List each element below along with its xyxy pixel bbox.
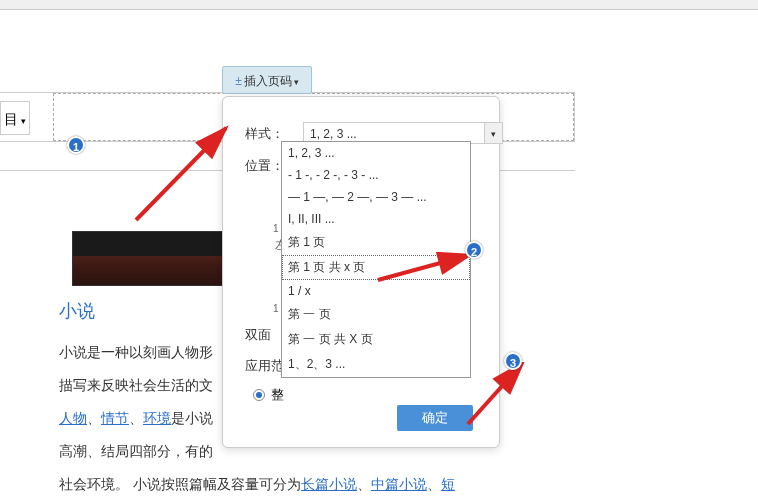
page-number-icon: ± <box>235 74 242 88</box>
scope-label: 应用范 <box>245 357 284 375</box>
dropdown-item[interactable]: 第 一 页 <box>282 302 470 327</box>
link-plot[interactable]: 情节 <box>101 410 129 426</box>
article-line5a: 社会环境。 小说按照篇幅及容量可分为 <box>59 476 301 492</box>
callout-3: 3 <box>504 352 522 370</box>
position-label: 位置： <box>245 158 284 173</box>
document-image <box>72 231 244 286</box>
dropdown-item[interactable]: 1 / x <box>282 280 470 302</box>
style-dropdown: 1, 2, 3 ... - 1 -, - 2 -, - 3 - ... — 1 … <box>281 141 471 378</box>
dropdown-item[interactable]: 1、2、3 ... <box>282 352 470 377</box>
dropdown-item[interactable]: I, II, III ... <box>282 208 470 230</box>
callout-1: 1 <box>67 136 85 154</box>
tab-bar <box>0 0 758 10</box>
dropdown-item[interactable]: 第 一 页 共 X 页 <box>282 327 470 352</box>
callout-2: 2 <box>465 241 483 259</box>
link-mid-novel[interactable]: 中篇小说 <box>371 476 427 492</box>
page-number-dialog: 样式： 1, 2, 3 ... ▾ 位置： 1 左 1 双面 应用范 整 1, … <box>222 96 500 448</box>
duplex-label: 双面 <box>245 327 271 342</box>
scope-whole-radio[interactable] <box>253 389 265 401</box>
dropdown-toggle[interactable]: ▾ <box>484 123 502 143</box>
article-line1: 小说是一种以刻画人物形 <box>59 344 213 360</box>
article-line3: 是小说 <box>171 410 213 426</box>
link-short-novel[interactable]: 短 <box>441 476 455 492</box>
dropdown-item-highlighted[interactable]: 第 1 页 共 x 页 <box>282 255 470 280</box>
format-style-text: 目 <box>4 111 18 127</box>
page-marker: 1 <box>273 223 279 234</box>
link-long-novel[interactable]: 长篇小说 <box>301 476 357 492</box>
chevron-down-icon: ▾ <box>21 116 26 126</box>
style-value: 1, 2, 3 ... <box>310 127 357 141</box>
dropdown-item[interactable]: 第 1 页 <box>282 230 470 255</box>
ok-button[interactable]: 确定 <box>397 405 473 431</box>
insert-page-number-button[interactable]: ±插入页码▾ <box>222 66 312 94</box>
page-marker: 1 <box>273 303 279 314</box>
style-label: 样式： <box>245 126 284 141</box>
dropdown-item[interactable]: — 1 —, — 2 —, — 3 — ... <box>282 186 470 208</box>
article-line4: 高潮、结局四部分，有的 <box>59 443 213 459</box>
chevron-down-icon: ▾ <box>294 77 299 87</box>
insert-btn-label: 插入页码 <box>244 74 292 88</box>
format-style-select[interactable]: 目▾ <box>0 101 30 135</box>
dropdown-item[interactable]: 1, 2, 3 ... <box>282 142 470 164</box>
scope-whole-label: 整 <box>271 386 284 404</box>
link-characters[interactable]: 人物 <box>59 410 87 426</box>
link-environment[interactable]: 环境 <box>143 410 171 426</box>
article-line2: 描写来反映社会生活的文 <box>59 377 213 393</box>
dropdown-item[interactable]: - 1 -, - 2 -, - 3 - ... <box>282 164 470 186</box>
